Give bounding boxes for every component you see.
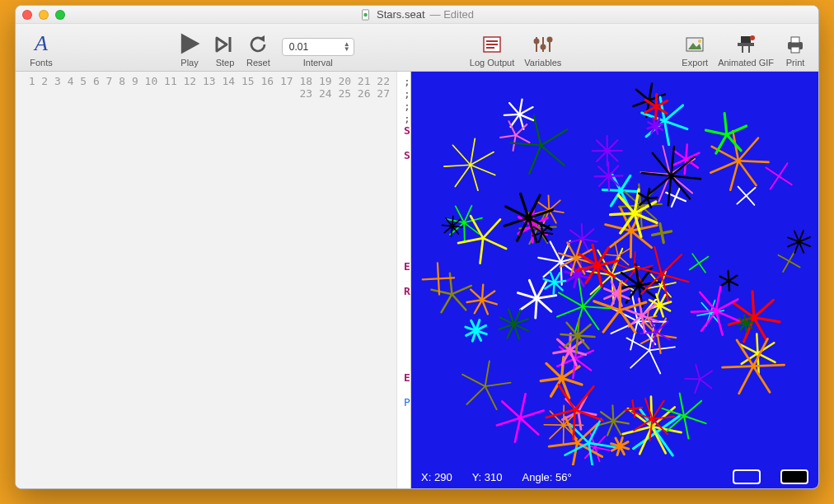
svg-line-220 [438, 278, 454, 278]
svg-rect-19 [741, 36, 751, 43]
svg-line-471 [746, 188, 755, 196]
log-output-button[interactable]: Log Output [470, 33, 514, 68]
svg-text:A: A [33, 31, 48, 55]
svg-line-420 [672, 197, 676, 207]
svg-line-322 [686, 144, 687, 159]
svg-line-395 [720, 276, 729, 281]
svg-line-299 [738, 366, 754, 394]
svg-line-214 [520, 418, 538, 434]
status-x: X: 290 [421, 471, 452, 483]
svg-line-222 [423, 278, 438, 279]
play-label: Play [180, 58, 198, 68]
svg-line-312 [541, 124, 567, 152]
step-button[interactable]: Step [213, 33, 237, 68]
svg-line-474 [738, 187, 747, 196]
svg-line-482 [692, 254, 699, 263]
svg-line-421 [716, 287, 721, 311]
svg-line-490 [514, 314, 529, 329]
svg-line-378 [550, 425, 564, 439]
svg-line-205 [478, 361, 496, 386]
svg-line-483 [699, 257, 708, 264]
interval-control: 0.01 ▲▼ Interval [282, 38, 354, 68]
variables-button[interactable]: Variables [524, 33, 561, 68]
window-controls [22, 10, 65, 20]
svg-line-62 [629, 350, 651, 367]
fill-color-swatch[interactable] [780, 469, 808, 484]
export-button[interactable]: Export [682, 33, 708, 68]
code-editor[interactable]: 1 2 3 4 5 6 7 8 9 10 11 12 13 14 15 16 1… [16, 72, 411, 488]
status-y: Y: 310 [472, 471, 503, 483]
svg-line-549 [700, 371, 712, 380]
svg-marker-3 [181, 34, 200, 54]
svg-line-492 [509, 324, 524, 339]
svg-line-481 [690, 264, 699, 270]
svg-line-339 [654, 247, 661, 274]
code-text[interactable]: ; This program takes a long time to run,… [397, 72, 410, 488]
svg-line-258 [569, 443, 581, 465]
svg-line-208 [466, 383, 485, 408]
pen-color-swatch[interactable] [733, 469, 761, 484]
line-number-gutter: 1 2 3 4 5 6 7 8 9 10 11 12 13 14 15 16 1… [16, 72, 397, 488]
svg-line-473 [737, 196, 746, 204]
fonts-button[interactable]: A Fonts [27, 31, 55, 68]
svg-line-231 [618, 255, 629, 264]
svg-line-550 [700, 379, 712, 388]
close-window-button[interactable] [22, 10, 32, 20]
svg-marker-5 [259, 35, 265, 42]
svg-line-325 [685, 159, 686, 174]
svg-line-125 [444, 273, 458, 294]
svg-line-390 [729, 271, 729, 281]
svg-rect-20 [738, 43, 754, 46]
svg-line-340 [658, 254, 685, 274]
toolbar: A Fonts Play Step Reset 0.01 [16, 24, 818, 72]
svg-line-581 [578, 319, 579, 336]
svg-line-316 [660, 224, 662, 234]
stepper-arrows-icon: ▲▼ [344, 42, 350, 52]
svg-point-1 [363, 12, 367, 16]
reset-icon [246, 33, 269, 56]
svg-line-418 [676, 187, 680, 197]
document-title: Stars.seat [377, 8, 425, 21]
svg-line-587 [455, 163, 471, 189]
fonts-icon: A [27, 31, 55, 56]
minimize-window-button[interactable] [39, 10, 49, 20]
svg-line-309 [522, 146, 548, 174]
zoom-window-button[interactable] [55, 10, 65, 20]
svg-line-313 [662, 231, 672, 233]
svg-point-14 [541, 45, 545, 49]
animated-gif-icon [734, 33, 757, 56]
titlebar: Stars.seat — Edited [16, 6, 818, 24]
svg-line-402 [779, 163, 787, 176]
svg-rect-21 [742, 46, 743, 53]
svg-line-401 [766, 167, 779, 175]
svg-line-297 [753, 365, 785, 366]
svg-line-475 [684, 401, 701, 416]
interval-value: 0.01 [289, 41, 308, 53]
svg-line-394 [720, 281, 729, 286]
svg-line-79 [562, 365, 579, 380]
svg-line-452 [642, 315, 644, 333]
svg-line-315 [653, 233, 663, 235]
svg-line-579 [560, 334, 578, 336]
window-title: Stars.seat — Edited [16, 8, 818, 21]
svg-line-569 [589, 265, 610, 286]
svg-line-178 [595, 447, 610, 450]
svg-line-63 [626, 335, 649, 352]
animated-gif-button[interactable]: Animated GIF [718, 33, 774, 68]
variables-label: Variables [524, 58, 561, 68]
svg-line-151 [570, 231, 583, 240]
svg-line-134 [456, 222, 474, 241]
svg-line-419 [676, 197, 686, 201]
svg-point-18 [698, 40, 701, 43]
svg-line-399 [626, 408, 634, 409]
interval-label: Interval [303, 58, 333, 68]
print-button[interactable]: Print [784, 33, 807, 68]
svg-line-391 [729, 276, 738, 281]
svg-line-400 [771, 176, 779, 189]
svg-line-551 [695, 379, 700, 393]
reset-button[interactable]: Reset [246, 33, 270, 68]
svg-line-584 [577, 336, 590, 349]
play-button[interactable]: Play [176, 31, 204, 68]
interval-stepper[interactable]: 0.01 ▲▼ [282, 38, 354, 56]
log-output-icon [480, 33, 504, 56]
